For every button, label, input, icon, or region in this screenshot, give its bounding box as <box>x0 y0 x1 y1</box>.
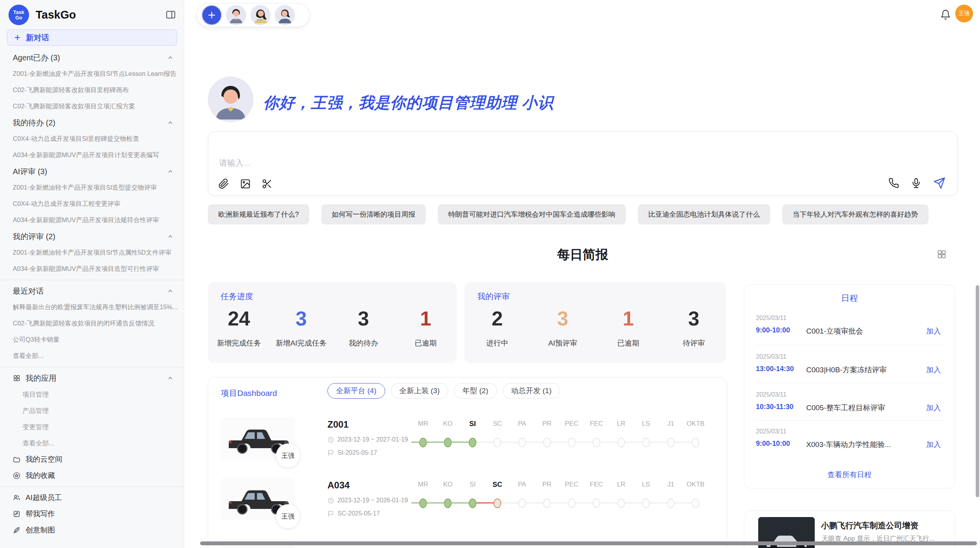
app-link-project-mgmt[interactable]: 项目管理 <box>0 386 184 402</box>
suggestion-chips: 欧洲新规最近颁布了什么? 如何写一份清晰的项目周报 特朗普可能对进口汽车增税会对… <box>208 204 929 224</box>
schedule-time: 13:00-14:30 <box>756 365 794 373</box>
schedule-date: 2025/03/11 <box>756 315 786 322</box>
suggestion-chip[interactable]: 特朗普可能对进口汽车增税会对中国车企造成哪些影响 <box>438 204 626 224</box>
sidebar-task-item[interactable]: A034-全新新能源MUV产品开发项目法规符合性评审 <box>0 212 184 228</box>
milestone: PA <box>510 471 535 522</box>
attach-icon[interactable] <box>218 178 229 189</box>
sidebar-task-item[interactable]: A034-全新新能源MUV产品开发项目造型可行性评审 <box>0 261 184 277</box>
add-conversation-button[interactable] <box>202 5 222 25</box>
layout-grid-icon[interactable] <box>937 249 947 259</box>
avatar[interactable] <box>226 5 246 25</box>
sidebar-task-item[interactable]: Z001-全新燃油皮卡产品开发项目SI节点Lesson Learn报告 <box>0 66 184 82</box>
chevron-up-icon[interactable] <box>167 54 174 61</box>
suggestion-chip[interactable]: 欧洲新规最近颁布了什么? <box>208 204 309 224</box>
schedule-time: 9:00-10:00 <box>756 440 790 448</box>
sidebar-task-item[interactable]: C0X4-动力总成开发项目工程变更评审 <box>0 196 184 212</box>
sidebar-item-creative-draw[interactable]: 创意制图 <box>0 522 184 538</box>
milestone-track: MR KO SI SC PA PR PEC FEC LR LS J1 OKTB <box>411 471 708 522</box>
mic-icon[interactable] <box>911 178 922 188</box>
tab-new-platform[interactable]: 全新平台 (4) <box>327 383 385 399</box>
sidebar-task-item[interactable]: Z001-全新燃油轻卡产品开发项目SI节点属性5D文件评审 <box>0 245 184 261</box>
app-link-product-mgmt[interactable]: 产品管理 <box>0 402 184 419</box>
scissors-icon[interactable] <box>262 178 272 189</box>
milestone: FEC <box>584 471 609 522</box>
stat: 3待评审 <box>661 307 726 348</box>
sidebar-task-item[interactable]: C02-飞腾新能源轻客改款项目里程碑画布 <box>0 82 184 98</box>
avatar[interactable] <box>275 5 295 25</box>
milestone: LS <box>634 411 658 461</box>
join-link[interactable]: 加入 <box>926 440 941 450</box>
recent-chat-item[interactable]: 解释最新出台的欧盟报废车法规再生塑料比例被调至15%... <box>0 299 184 315</box>
star-circle-icon <box>13 472 21 480</box>
avatar[interactable] <box>250 5 271 25</box>
vertical-scrollbar[interactable] <box>976 285 979 497</box>
sidebar-item-favorites[interactable]: 我的收藏 <box>0 468 184 484</box>
stat: 3AI预评审 <box>530 307 595 348</box>
new-chat-button[interactable]: 新对话 <box>7 29 177 46</box>
join-link[interactable]: 加入 <box>926 365 941 375</box>
suggestion-chip[interactable]: 当下年轻人对汽车外观有怎样的喜好趋势 <box>782 204 929 224</box>
user-avatar[interactable]: 王强 <box>955 5 973 22</box>
schedule-date: 2025/03/11 <box>756 353 786 360</box>
composer-placeholder: 请输入... <box>219 158 250 168</box>
sidebar-item-cloud-space[interactable]: 我的云空间 <box>0 451 184 468</box>
chevron-up-icon[interactable] <box>167 233 174 240</box>
view-all-apps-link[interactable]: 查看全部... <box>0 435 184 451</box>
app-title: TaskGo <box>36 9 76 21</box>
recent-chat-item[interactable]: C02-飞腾新能源轻客改款项目的闭环通告反馈情况 <box>0 315 184 332</box>
assistant-avatar <box>208 77 254 122</box>
project-row[interactable]: 王强 Z001 2023-12-19 ~ 2027-01-19 SI-2025-… <box>208 411 726 471</box>
tab-powertrain[interactable]: 动总开发 (1) <box>503 383 560 399</box>
chevron-up-icon[interactable] <box>167 288 174 295</box>
join-link[interactable]: 加入 <box>926 403 941 413</box>
send-icon[interactable] <box>933 177 946 189</box>
section-header-my-todo[interactable]: 我的待办 (2) <box>0 115 184 131</box>
section-header-recent-chats[interactable]: 最近对话 <box>0 283 184 299</box>
milestone: LS <box>634 471 658 522</box>
schedule-name: C003|H0B-方案冻结评审 <box>806 365 887 375</box>
milestone: J1 <box>658 471 683 522</box>
sidebar-collapse-icon[interactable] <box>165 9 176 20</box>
sidebar-task-item[interactable]: A034-全新新能源MUV产品开发项目计划变更表编写 <box>0 147 184 163</box>
section-header-agent-done[interactable]: Agent已办 (3) <box>0 50 184 66</box>
chevron-up-icon[interactable] <box>167 168 174 175</box>
suggestion-chip[interactable]: 如何写一份清晰的项目周报 <box>321 204 426 224</box>
message-composer[interactable]: 请输入... <box>208 132 958 196</box>
schedule-time: 10:30-11:30 <box>756 403 793 411</box>
project-code: A034 <box>327 480 350 491</box>
view-all-schedules-link[interactable]: 查看所有日程 <box>744 470 955 480</box>
chevron-up-icon[interactable] <box>167 375 174 382</box>
main-area: 王强 你好，王强，我是你的项目管理助理 小识 请输入... 欧洲新规最近颁布了什… <box>184 0 980 548</box>
tab-new-body[interactable]: 全新上装 (3) <box>391 383 449 399</box>
suggestion-chip[interactable]: 比亚迪全固态电池计划具体说了什么 <box>638 204 770 224</box>
sidebar-item-help-write[interactable]: 帮我写作 <box>0 506 184 522</box>
view-all-chats-link[interactable]: 查看全部... <box>0 348 184 364</box>
project-dashboard-card: 项目Dashboard 全新平台 (4) 全新上装 (3) 年型 (2) 动总开… <box>208 377 727 548</box>
section-header-my-review[interactable]: 我的评审 (2) <box>0 228 184 245</box>
schedule-card: 日程 2025/03/11 9:00-10:00 C001-立项审批会 加入 2… <box>744 284 955 488</box>
sidebar-item-ai-employee[interactable]: AI超级员工 <box>0 490 184 506</box>
sidebar-task-item[interactable]: C02-飞腾新能源轻客改款项目立项汇报方案 <box>0 98 184 115</box>
milestone: PA <box>510 411 535 461</box>
tab-model-year[interactable]: 年型 (2) <box>454 383 497 399</box>
notification-bell-icon[interactable] <box>940 9 951 20</box>
news-title: 小鹏飞行汽车制造公司增资 <box>821 520 918 531</box>
schedule-item: 2025/03/11 10:30-11:30 C005-整车工程目标评审 加入 <box>744 391 955 427</box>
section-header-my-apps[interactable]: 我的应用 <box>0 370 184 386</box>
task-progress-card: 任务进度 24新增完成任务 3新增AI完成任务 3我的待办 1已逾期 <box>208 282 457 363</box>
chevron-up-icon[interactable] <box>167 119 174 126</box>
app-link-change-mgmt[interactable]: 变更管理 <box>0 419 184 435</box>
sidebar: Task Go TaskGo 新对话 Agent已办 (3) Z001-全新燃油… <box>0 0 184 548</box>
horizontal-scrollbar[interactable] <box>200 541 977 545</box>
section-header-ai-review[interactable]: AI评审 (3) <box>0 163 184 180</box>
sidebar-task-item[interactable]: C0X4-动力总成开发项目SI里程碑提交物检查 <box>0 131 184 147</box>
image-icon[interactable] <box>240 178 251 189</box>
phone-icon[interactable] <box>888 178 899 188</box>
apps-grid-icon <box>13 374 21 382</box>
join-link[interactable]: 加入 <box>926 326 941 336</box>
people-icon <box>13 494 21 502</box>
project-row[interactable]: 王强 A034 2023-12-19 ~ 2026-01-19 SC-2025-… <box>208 471 726 532</box>
recent-chat-item[interactable]: 公司Q3轻卡销量 <box>0 332 184 348</box>
sidebar-task-item[interactable]: Z001-全新燃油轻卡产品开发项目SI造型提交物评审 <box>0 180 184 196</box>
divider <box>0 486 184 487</box>
